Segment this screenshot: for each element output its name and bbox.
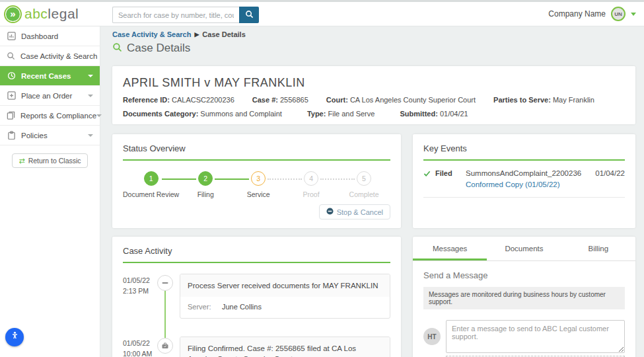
activity-time: 10:00 AM — [123, 348, 157, 357]
step-label: Complete — [349, 190, 379, 198]
abclegal-logo[interactable]: » abclegal — [6, 6, 79, 22]
logo-chevron-icon: » — [6, 7, 20, 21]
sidebar-item-label: Policies — [21, 132, 88, 139]
meta-case-number: Case #: 2556865 — [252, 96, 308, 104]
message-input[interactable] — [446, 320, 625, 353]
history-icon — [7, 71, 16, 81]
step-number: 1 — [144, 171, 159, 186]
sidebar-item-case-activity-search[interactable]: Case Activity & Search — [0, 46, 100, 66]
status-overview-title: Status Overview — [123, 143, 390, 153]
stop-cancel-label: Stop & Cancel — [337, 208, 383, 216]
step-label: Proof — [303, 190, 320, 198]
case-meta-row-2: Documents Category: Summons and Complain… — [123, 110, 625, 118]
logo-text-abc: abc — [24, 6, 48, 22]
event-document-name: SummonsAndComplaint_2200236 — [466, 169, 595, 177]
event-date: 01/04/22 — [595, 169, 625, 188]
message-composer: HT Attach a Doc & Png Document... — [423, 320, 625, 357]
sidebar-item-label: Recent Cases — [21, 72, 88, 80]
green-divider — [123, 159, 390, 161]
meta-submitted: Submitted: 01/04/21 — [400, 110, 468, 118]
meta-documents-category: Documents Category: Summons and Complain… — [123, 110, 282, 118]
dashboard-icon — [7, 32, 16, 41]
server-label: Server: — [188, 303, 222, 311]
support-hours-notice: Messages are monitored during business h… — [423, 287, 625, 309]
case-header-card: APRIL SMITH v MAY FRANKLIN Reference ID:… — [112, 66, 635, 124]
global-search — [112, 7, 259, 23]
search-button[interactable] — [239, 7, 259, 23]
sidebar-item-place-an-order[interactable]: Place an Order — [0, 86, 100, 106]
activity-entry-title: Process Server received documents for MA… — [180, 274, 390, 297]
messages-panel: Messages Documents Billing Send a Messag… — [413, 237, 635, 357]
breadcrumb-parent-link[interactable]: Case Activity & Search — [112, 30, 191, 38]
breadcrumb: Case Activity & Search ▶ Case Details — [112, 30, 246, 38]
panel-tabs: Messages Documents Billing — [413, 237, 635, 261]
process-server-icon — [157, 275, 173, 291]
step-service: 3 Service — [232, 171, 285, 198]
step-complete: 5 Complete — [338, 171, 390, 198]
conformed-copy-link[interactable]: Conformed Copy (01/05/22) — [466, 180, 595, 188]
tab-messages[interactable]: Messages — [413, 237, 487, 260]
sidebar-item-reports-compliance[interactable]: Reports & Compliance — [0, 106, 100, 126]
step-label: Filing — [197, 190, 214, 198]
meta-type: Type: File and Serve — [307, 110, 375, 118]
green-divider — [423, 159, 625, 161]
search-icon — [7, 52, 15, 61]
user-avatar[interactable]: UN — [611, 7, 626, 21]
case-search-input[interactable] — [112, 7, 239, 23]
app-root: » abclegal Company Name UN Dashboard — [0, 0, 644, 357]
stop-icon — [326, 208, 334, 216]
sidebar-item-policies[interactable]: Policies — [0, 126, 100, 145]
step-document-review: 1 Document Review — [123, 171, 179, 198]
server-name: June Collins — [222, 303, 262, 311]
event-status: Filed — [435, 169, 460, 188]
activity-time: 2:13 PM — [123, 286, 157, 296]
sidebar-item-label: Reports & Compliance — [20, 112, 96, 120]
activity-card-item: Process Server received documents for MA… — [180, 274, 390, 319]
case-activity-card: Case Activity 01/05/22 2:13 PM Process S… — [112, 237, 401, 357]
page-title: Case Details — [127, 42, 190, 55]
activity-entry-title: Filing Confirmed. Case #: 2556865 filed … — [180, 337, 390, 357]
messages-tab-content: Send a Message Messages are monitored du… — [413, 261, 635, 357]
step-filing: 2 Filing — [179, 171, 232, 198]
breadcrumb-arrow-icon: ▶ — [194, 31, 199, 38]
search-icon — [112, 42, 122, 55]
activity-timestamp: 01/05/22 10:00 AM — [123, 337, 157, 357]
sidebar-item-recent-cases[interactable]: Recent Cases — [0, 66, 100, 86]
clipboard-icon — [7, 131, 16, 140]
sidebar-item-dashboard[interactable]: Dashboard — [0, 26, 100, 46]
green-divider — [123, 262, 390, 263]
meta-parties-to-serve: Parties to Serve: May Franklin — [493, 96, 594, 104]
step-number: 2 — [198, 171, 213, 186]
logo-text-legal: legal — [48, 6, 79, 22]
top-header: » abclegal Company Name UN — [0, 0, 644, 26]
case-title: APRIL SMITH v MAY FRANKLIN — [123, 76, 625, 90]
breadcrumb-current: Case Details — [202, 30, 245, 38]
return-to-classic-label: Return to Classic — [28, 157, 81, 165]
chevron-down-icon[interactable] — [631, 13, 636, 16]
tab-documents[interactable]: Documents — [487, 237, 561, 260]
key-event-row: Filed SummonsAndComplaint_2200236 Confor… — [423, 169, 625, 198]
case-meta-row-1: Reference ID: CALACSC2200236 Case #: 255… — [123, 96, 625, 104]
activity-date: 01/05/22 — [123, 338, 157, 348]
page-title-row: Case Details — [112, 42, 190, 55]
accessibility-widget-button[interactable] — [5, 328, 24, 346]
activity-entry-detail: Server: June Collins — [180, 297, 390, 318]
tab-billing[interactable]: Billing — [561, 237, 635, 260]
status-overview-card: Status Overview 1 Document Review 2 Fili… — [112, 134, 401, 228]
event-document-cell: SummonsAndComplaint_2200236 Conformed Co… — [466, 169, 595, 188]
composer-avatar: HT — [423, 328, 441, 345]
activity-entry: 01/05/22 10:00 AM Filing Confirmed. Case… — [123, 337, 390, 357]
plus-square-icon — [7, 91, 16, 100]
step-number: 3 — [251, 171, 266, 186]
return-to-classic-button[interactable]: ⇄ Return to Classic — [12, 153, 87, 168]
meta-court: Court: CA Los Angeles County Superior Co… — [326, 96, 476, 104]
composer-fields: Attach a Doc & Png Document... — [446, 320, 625, 357]
activity-timestamp: 01/05/22 2:13 PM — [123, 274, 157, 319]
activity-timeline: 01/05/22 2:13 PM Process Server received… — [123, 274, 390, 357]
step-label: Service — [247, 190, 270, 198]
sidebar-item-label: Dashboard — [21, 32, 93, 40]
activity-card-item: Filing Confirmed. Case #: 2556865 filed … — [180, 337, 390, 357]
stop-cancel-button[interactable]: Stop & Cancel — [319, 204, 390, 219]
accessibility-icon — [9, 331, 20, 344]
user-menu[interactable]: Company Name UN — [548, 2, 636, 26]
